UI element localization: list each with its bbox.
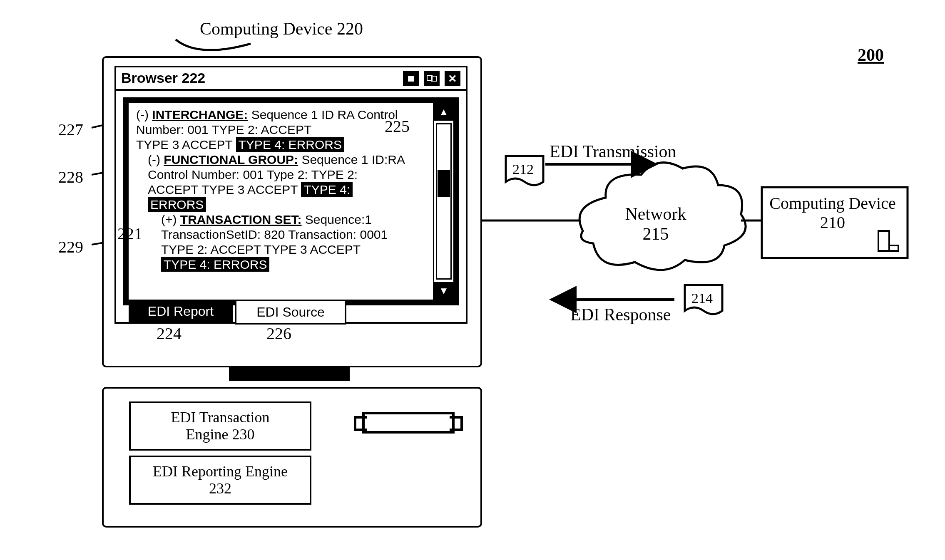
edi-transaction-engine: EDI Transaction Engine 230: [129, 401, 311, 451]
figure-number: 200: [858, 45, 884, 65]
fg-line3: ACCEPT TYPE 3 ACCEPT TYPE 4:: [148, 182, 428, 197]
ref-229: 229: [58, 237, 83, 257]
scroll-up-icon[interactable]: ▲: [434, 103, 453, 121]
drive-slot-icon: [362, 412, 455, 434]
ref-221: 221: [117, 224, 142, 243]
scroll-track[interactable]: [436, 123, 452, 280]
scroll-thumb[interactable]: [438, 170, 450, 197]
error-highlight: TYPE 4: ERRORS: [236, 137, 344, 152]
tab-edi-source[interactable]: EDI Source: [235, 300, 346, 325]
fg-line2: Control Number: 001 Type 2: TYPE 2:: [148, 167, 428, 182]
error-highlight: TYPE 4: ERRORS: [161, 257, 269, 272]
computing-device-210-label: Computing Device 210: [762, 194, 903, 232]
transaction-set-row[interactable]: (+) TRANSACTION SET: Sequence:1: [161, 212, 428, 227]
ref-214: 214: [691, 290, 713, 306]
ts-line2: TransactionSetID: 820 Transaction: 0001: [161, 227, 428, 242]
network-cloud-label: Network 215: [599, 204, 712, 244]
svg-rect-10: [878, 231, 889, 251]
ref-224: 224: [157, 324, 182, 343]
ts-line3: TYPE 2: ACCEPT TYPE 3 ACCEPT: [161, 242, 428, 257]
maximize-icon[interactable]: [423, 70, 441, 87]
functional-group-row[interactable]: (-) FUNCTIONAL GROUP: Sequence 1 ID:RA: [148, 152, 428, 167]
ts-line4: TYPE 4: ERRORS: [161, 257, 428, 272]
tab-edi-report[interactable]: EDI Report: [129, 300, 233, 322]
label-edi-transmission: EDI Transmission: [550, 141, 676, 161]
browser-titlebar: Browser 222 ✕: [116, 67, 466, 91]
edi-reporting-engine: EDI Reporting Engine 232: [129, 456, 311, 505]
interchange-row[interactable]: (-) INTERCHANGE: Sequence 1 ID RA Contro…: [136, 107, 428, 122]
browser-window: Browser 222 ✕ (-) INTERCHANGE: Sequence …: [114, 66, 468, 324]
svg-rect-11: [889, 245, 898, 251]
monitor-stand: [229, 367, 350, 381]
browser-title: Browser 222: [121, 70, 205, 86]
close-icon[interactable]: ✕: [443, 70, 462, 87]
ref-228: 228: [58, 167, 83, 187]
minimize-icon[interactable]: [402, 70, 420, 87]
label-edi-response: EDI Response: [570, 305, 671, 325]
window-controls: ✕: [402, 70, 462, 87]
error-highlight: TYPE 4:: [301, 182, 353, 197]
ref-225: 225: [385, 116, 410, 136]
error-highlight: ERRORS: [148, 197, 206, 212]
interchange-line3: TYPE 3 ACCEPT TYPE 4: ERRORS: [136, 137, 428, 152]
fg-line4: ERRORS: [148, 197, 428, 212]
vertical-scrollbar[interactable]: ▲ ▼: [433, 103, 453, 300]
label-computing-device-220: Computing Device 220: [200, 19, 363, 39]
ref-212: 212: [512, 161, 534, 177]
ref-227: 227: [58, 120, 83, 139]
scroll-down-icon[interactable]: ▼: [434, 282, 453, 300]
interchange-line2: Number: 001 TYPE 2: ACCEPT: [136, 122, 428, 137]
ref-226: 226: [266, 324, 291, 343]
